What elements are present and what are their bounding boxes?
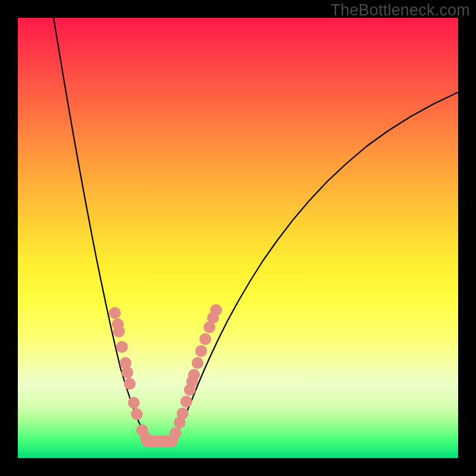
chart-svg: [18, 18, 458, 458]
left-curve: [54, 18, 147, 439]
bead-marker: [195, 345, 207, 357]
bead-marker: [131, 408, 143, 420]
bead-marker: [192, 357, 203, 369]
bead-marker: [121, 367, 133, 378]
bead-marker: [113, 325, 125, 337]
right-curve: [174, 92, 458, 439]
bead-marker: [128, 397, 140, 409]
plot-area: [18, 18, 458, 458]
bead-marker: [140, 432, 152, 444]
bead-marker: [170, 427, 181, 439]
watermark-text: TheBottleneck.com: [330, 1, 470, 20]
bead-marker: [124, 378, 136, 390]
bead-marker: [188, 369, 200, 381]
bead-markers: [109, 304, 222, 446]
bead-marker: [199, 333, 211, 345]
bead-marker: [180, 396, 192, 408]
outer-frame: TheBottleneck.com: [0, 0, 476, 476]
bead-marker: [177, 408, 189, 419]
bead-marker: [116, 341, 128, 353]
bead-marker: [109, 307, 121, 319]
bead-marker: [210, 304, 222, 316]
